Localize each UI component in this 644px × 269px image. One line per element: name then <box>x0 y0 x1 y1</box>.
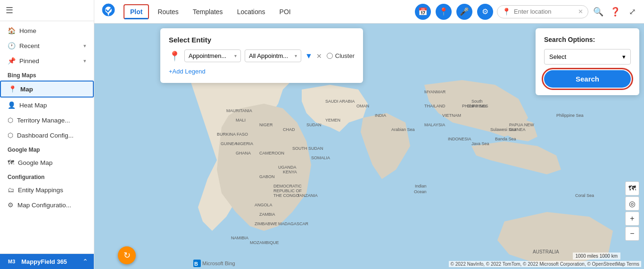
svg-text:TANZANIA: TANZANIA <box>297 193 318 198</box>
location-marker-icon-btn[interactable]: 📍 <box>436 4 452 20</box>
svg-text:KENYA: KENYA <box>283 170 297 174</box>
search-icon-btn[interactable]: 🔍 <box>591 5 605 19</box>
sidebar-label-map: Map <box>20 86 33 93</box>
search-select-arrow: ▾ <box>622 53 626 60</box>
nav-plot[interactable]: Plot <box>124 4 149 19</box>
sidebar-header: ☰ <box>0 0 94 21</box>
chevron-pinned: ▾ <box>83 58 86 64</box>
cluster-option: Cluster <box>327 52 355 59</box>
clear-location-icon[interactable]: ✕ <box>578 8 583 15</box>
svg-text:NIGERIA: NIGERIA <box>236 141 253 146</box>
filter-icon[interactable]: ▼ <box>305 52 313 60</box>
chevron-recent: ▾ <box>83 43 86 49</box>
svg-text:Coral Sea: Coral Sea <box>575 193 594 198</box>
nav-poi[interactable]: POI <box>274 5 297 18</box>
map-icon: 📍 <box>8 85 17 93</box>
search-options-title: Search Options: <box>544 36 631 43</box>
nav-templates[interactable]: Templates <box>187 5 229 18</box>
sidebar-item-map[interactable]: 📍 Map <box>0 81 94 98</box>
search-button[interactable]: Search <box>544 70 631 88</box>
svg-text:MYANMAR: MYANMAR <box>424 90 446 94</box>
sidebar-item-recent[interactable]: 🕐 Recent ▾ <box>0 38 94 53</box>
search-select-dropdown[interactable]: Select ▾ <box>544 49 631 65</box>
sidebar: ☰ 🏠 Home 🕐 Recent ▾ 📌 Pinned ▾ Bing Maps… <box>0 0 94 269</box>
bing-logo: B Microsoft Bing <box>193 260 235 267</box>
calendar-icon-btn[interactable]: 📅 <box>415 4 431 20</box>
row-close-icon[interactable]: ✕ <box>316 52 322 60</box>
search-options-panel: Search Options: Select ▾ Search <box>536 28 639 95</box>
pin-icon: 📌 <box>8 57 16 65</box>
entity-type-value: Appointmen... <box>189 52 232 59</box>
search-select-value: Select <box>549 53 620 60</box>
zoom-out-btn[interactable]: − <box>625 227 639 241</box>
entity-filter-dropdown[interactable]: All Appointm... ▾ <box>245 49 301 62</box>
sidebar-label-home: Home <box>19 27 36 34</box>
cluster-label: Cluster <box>335 52 355 59</box>
expand-icon-btn[interactable]: ⤢ <box>625 5 639 19</box>
svg-text:Java Sea: Java Sea <box>471 141 489 146</box>
googlemap-icon: 🗺 <box>8 159 14 166</box>
svg-text:GUINEA: GUINEA <box>221 141 237 146</box>
microphone-icon-btn[interactable]: 🎤 <box>456 4 472 20</box>
entity-type-arrow: ▾ <box>234 53 237 58</box>
bottom-chevron-icon: ⌃ <box>83 258 88 265</box>
home-icon: 🏠 <box>8 27 16 34</box>
help-icon-btn[interactable]: ❓ <box>608 5 622 19</box>
svg-text:SAUDI ARABIA: SAUDI ARABIA <box>325 99 355 104</box>
svg-text:OMAN: OMAN <box>356 104 369 108</box>
sidebar-item-dashboard[interactable]: ⬡ Dashboard Config... <box>0 128 94 143</box>
entity-pin-icon: 📍 <box>169 50 181 62</box>
mapconfig-icon: ⚙ <box>8 201 14 209</box>
svg-text:GABON: GABON <box>259 174 275 179</box>
sidebar-item-pinned[interactable]: 📌 Pinned ▾ <box>0 53 94 68</box>
sidebar-item-territory[interactable]: ⬡ Territory Manage... <box>0 113 94 128</box>
svg-text:CHAD: CHAD <box>283 127 295 132</box>
svg-text:ANGOLA: ANGOLA <box>255 203 272 207</box>
refresh-btn[interactable]: ↻ <box>118 246 136 264</box>
location-input[interactable] <box>514 8 575 15</box>
svg-text:NAMIBIA: NAMIBIA <box>231 236 248 240</box>
sidebar-item-heatmap[interactable]: 👤 Heat Map <box>0 98 94 113</box>
entity-filter-arrow: ▾ <box>295 53 297 58</box>
entity-type-dropdown[interactable]: Appointmen... ▾ <box>184 49 241 62</box>
svg-text:NIGER: NIGER <box>259 122 273 127</box>
layer-toggle-btn[interactable]: 🗺 <box>625 181 639 196</box>
svg-text:YEMEN: YEMEN <box>325 118 340 122</box>
svg-text:Indian: Indian <box>415 184 427 188</box>
svg-text:UGANDA: UGANDA <box>278 165 297 170</box>
sidebar-label-entity: Entity Mappings <box>18 187 63 194</box>
map-container[interactable]: MAURITANIA MALI NIGER CHAD SUDAN BURKINA… <box>94 24 644 269</box>
settings-icon-btn[interactable]: ⚙ <box>477 4 493 20</box>
zoom-in-btn[interactable]: + <box>625 212 639 226</box>
entity-filter-value: All Appointm... <box>249 52 293 59</box>
locate-btn[interactable]: ◎ <box>625 196 639 211</box>
app-name-label: MappyField 365 <box>21 258 67 265</box>
sidebar-item-mapconfig[interactable]: ⚙ Map Configuratio... <box>0 197 94 212</box>
svg-text:VIETNAM: VIETNAM <box>442 113 461 118</box>
add-legend-link[interactable]: +Add Legend <box>169 68 206 75</box>
sidebar-item-googlemap[interactable]: 🗺 Google Map <box>0 155 94 170</box>
svg-text:SUDAN: SUDAN <box>306 122 322 127</box>
main-area: Plot Routes Templates Locations POI 📅 📍 … <box>94 0 644 269</box>
cluster-radio[interactable] <box>327 53 333 59</box>
svg-text:ZAMBIA: ZAMBIA <box>259 212 275 217</box>
sidebar-label-recent: Recent <box>19 42 40 49</box>
section-bing-maps: Bing Maps <box>0 68 94 81</box>
svg-text:DEMOCRATIC: DEMOCRATIC <box>273 184 302 188</box>
nav-routes[interactable]: Routes <box>152 5 184 18</box>
sidebar-item-entity[interactable]: 🗂 Entity Mappings <box>0 182 94 197</box>
nav-locations[interactable]: Locations <box>231 5 271 18</box>
svg-text:Arabian Sea: Arabian Sea <box>391 127 415 132</box>
sidebar-bottom[interactable]: M3 MappyField 365 ⌃ <box>0 253 94 269</box>
location-input-wrap: 📍 ✕ <box>497 5 588 18</box>
section-configuration: Configuration <box>0 170 94 182</box>
svg-text:SOMALIA: SOMALIA <box>311 155 330 160</box>
svg-text:MOZAMBIQUE: MOZAMBIQUE <box>250 240 279 245</box>
distance-legend: 1000 miles 1000 km <box>573 253 621 260</box>
svg-text:AUSTRALIA: AUSTRALIA <box>533 249 559 254</box>
svg-text:CAMEROON: CAMEROON <box>259 151 284 155</box>
hamburger-icon[interactable]: ☰ <box>6 5 13 16</box>
sidebar-item-home[interactable]: 🏠 Home <box>0 23 94 38</box>
territory-icon: ⬡ <box>8 116 13 124</box>
sidebar-nav: 🏠 Home 🕐 Recent ▾ 📌 Pinned ▾ Bing Maps 📍… <box>0 21 94 253</box>
